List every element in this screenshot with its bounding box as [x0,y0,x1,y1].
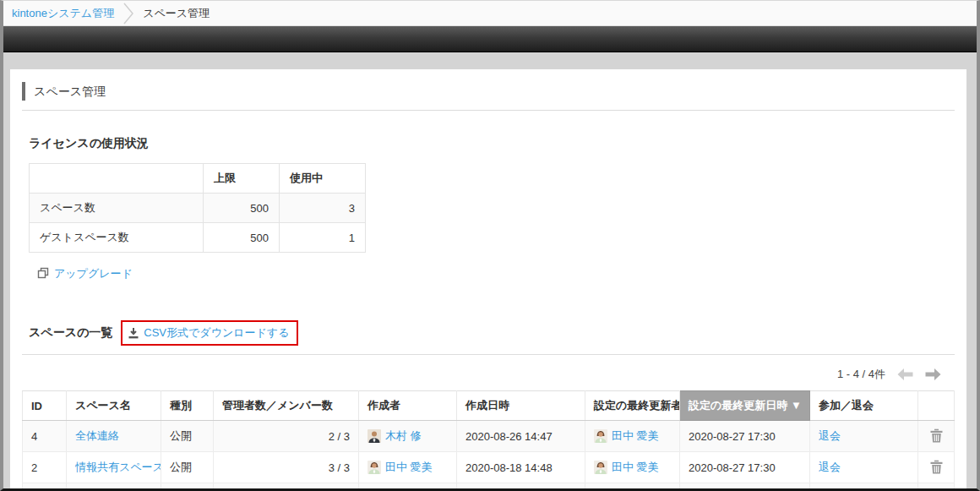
space-id-cell: 4 [23,421,67,452]
breadcrumb: kintoneシステム管理 スペース管理 [3,1,977,26]
delete-space-button[interactable] [928,458,945,476]
license-row-limit: 500 [204,194,280,223]
creator-cell: 田中 愛美 [359,483,457,491]
join-leave-link[interactable]: 退会 [819,461,841,473]
created-at-cell: 2020-08-26 14:51 [457,483,585,491]
upgrade-row: アップグレード [37,266,955,281]
delete-cell [918,452,955,483]
pagination-count: 1 - 4 / 4件 [837,367,885,382]
column-header-2[interactable]: スペース名 [67,391,161,421]
column-header-4[interactable]: 管理者数／メンバー数 [214,391,359,421]
column-header-10 [918,391,955,421]
join-leave-cell: 管理者として参加 [810,483,918,491]
license-row-inuse: 1 [280,223,366,253]
space-list-table: IDスペース名種別管理者数／メンバー数作成者作成日時設定の最終更新者設定の最終更… [22,390,955,491]
avatar [594,429,607,443]
user-link[interactable]: 田中 愛美 [385,460,433,475]
space-table-body: 4全体連絡公開2 / 3木村 修2020-08-26 14:47田中 愛美202… [23,421,955,491]
page-title: スペース管理 [22,82,106,101]
space-type-cell: 公開 [161,452,214,483]
trash-icon [930,433,943,445]
upgrade-link[interactable]: アップグレード [54,266,133,281]
updater-cell: 田中 愛美 [585,421,680,452]
space-list-heading-row: スペースの一覧 CSV形式でダウンロードする [29,320,955,346]
column-header-5[interactable]: 作成者 [359,391,457,421]
space-list-heading: スペースの一覧 [29,325,112,341]
license-row-label: スペース数 [30,194,204,223]
members-count-cell: 1 / 1 [214,483,359,491]
breadcrumb-current: スペース管理 [143,6,210,21]
download-icon [128,328,139,339]
screenshot-frame: kintoneシステム管理 スペース管理 スペース管理 ライセンスの使用状況 上… [0,0,980,491]
heading-underline [22,354,955,355]
avatar [368,429,381,443]
trash-icon [930,464,943,477]
column-header-7[interactable]: 設定の最終更新者 [585,391,680,421]
creator-cell: 木村 修 [359,421,457,452]
column-header-9[interactable]: 参加／退会 [810,391,918,421]
pagination: 1 - 4 / 4件 [22,367,941,382]
join-leave-cell: 退会 [810,452,918,483]
updater-cell: 田中 愛美 [585,452,680,483]
user-link[interactable]: 田中 愛美 [612,428,659,444]
avatar [594,461,607,474]
delete-cell [918,421,955,452]
column-header-8[interactable]: 設定の最終更新日時 ▼ [680,391,810,421]
delete-cell [918,483,955,491]
updater-cell: 木村 修 [585,483,680,491]
space-type-cell: ゲスト [161,483,214,491]
upgrade-icon [37,267,49,281]
top-toolbar-bar [3,26,977,52]
space-name-link[interactable]: 情報共有スペース [75,461,161,473]
breadcrumb-separator-icon [122,3,134,25]
csv-annotation-box: CSV形式でダウンロードする [121,320,298,346]
license-table: 上限 使用中 スペース数 500 3 ゲストスペース数 500 1 [29,163,366,253]
space-name-cell: ゲストスペース [67,483,161,491]
created-at-cell: 2020-08-26 14:47 [457,421,585,452]
space-name-cell: 情報共有スペース [67,452,161,483]
join-leave-cell: 退会 [810,421,918,452]
license-heading: ライセンスの使用状況 [29,136,955,151]
csv-download-link[interactable]: CSV形式でダウンロードする [144,325,289,341]
space-type-cell: 公開 [161,421,214,452]
members-count-cell: 3 / 3 [214,452,359,483]
content-panel: スペース管理 ライセンスの使用状況 上限 使用中 スペース数 500 3 ゲスト… [10,69,966,491]
updated-at-cell: 2020-08-27 17:30 [680,421,810,452]
license-header-limit: 上限 [204,164,280,194]
license-header-inuse: 使用中 [280,164,366,194]
column-header-6[interactable]: 作成日時 [457,391,585,421]
updated-at-cell: 2020-08-27 17:29 [680,483,810,491]
license-row-limit: 500 [204,223,280,253]
table-row: 5ゲストスペースゲスト1 / 1田中 愛美2020-08-26 14:51木村 … [23,483,955,491]
license-row-inuse: 3 [280,194,366,223]
license-row-label: ゲストスペース数 [30,223,204,253]
table-row: 4全体連絡公開2 / 3木村 修2020-08-26 14:47田中 愛美202… [23,421,955,452]
created-at-cell: 2020-08-18 14:48 [457,452,585,483]
updated-at-cell: 2020-08-27 17:30 [680,452,810,483]
column-header-1[interactable]: ID [23,391,67,421]
delete-space-button[interactable] [928,427,945,445]
creator-cell: 田中 愛美 [359,452,457,483]
license-header-empty [30,164,204,194]
space-id-cell: 5 [23,483,67,491]
breadcrumb-root-link[interactable]: kintoneシステム管理 [12,6,114,21]
table-row: 2情報共有スペース公開3 / 3田中 愛美2020-08-18 14:48田中 … [23,452,955,483]
page-title-row: スペース管理 [22,83,955,111]
space-id-cell: 2 [23,452,67,483]
prev-page-icon[interactable] [897,368,913,380]
column-header-3[interactable]: 種別 [161,391,214,421]
members-count-cell: 2 / 3 [214,421,359,452]
join-leave-link[interactable]: 退会 [819,429,841,442]
user-link[interactable]: 木村 修 [385,428,422,444]
avatar [368,461,381,474]
next-page-icon[interactable] [925,368,941,380]
space-table-head: IDスペース名種別管理者数／メンバー数作成者作成日時設定の最終更新者設定の最終更… [23,391,955,421]
space-name-cell: 全体連絡 [67,421,161,452]
space-name-link[interactable]: 全体連絡 [75,429,119,442]
user-link[interactable]: 田中 愛美 [612,460,659,475]
